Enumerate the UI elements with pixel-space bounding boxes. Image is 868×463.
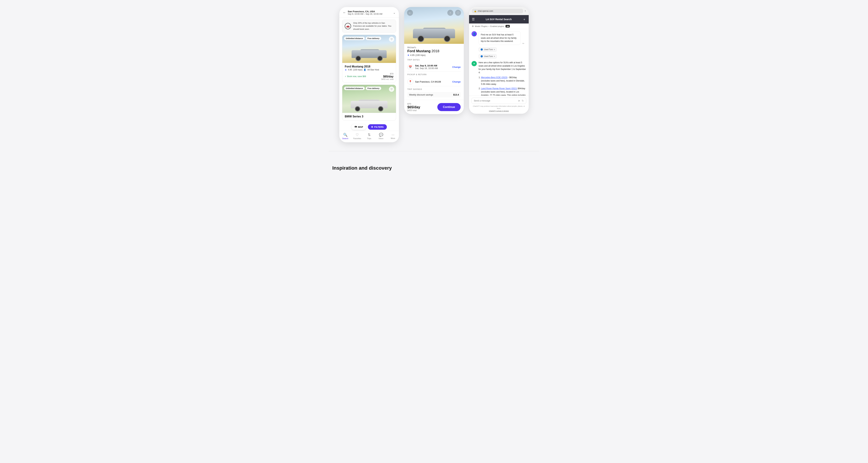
- phone-chatgpt: 🔒 chat.openai.com ↑ ☰ LA SUV Rental Sear…: [469, 7, 529, 114]
- chat-input[interactable]: [474, 100, 517, 102]
- alert-text: Only 20% of the top vehicles in San Fran…: [353, 22, 394, 31]
- browser-bar: 🔒 chat.openai.com ↑: [469, 7, 529, 15]
- trip-dates-section-label: TRIP DATES: [407, 59, 461, 61]
- daily-price: $65/day: [381, 75, 394, 78]
- heart-icon: ♡: [355, 133, 359, 137]
- model-label: Model: Plugins: [475, 25, 488, 27]
- user-message-row: 👤 Find me an SUV that has at least 5 sea…: [471, 31, 526, 45]
- nav-favorites[interactable]: ♡ Favorites: [353, 133, 362, 139]
- new-chat-icon[interactable]: ＋: [523, 17, 526, 21]
- send-icon[interactable]: ➤: [518, 99, 520, 102]
- bmw-card-info: BMW Series 3: [342, 113, 396, 121]
- chat-title: LA SUV Rental Search: [475, 18, 523, 21]
- bmw-favorite-button[interactable]: ♡: [389, 87, 394, 92]
- nav-more-label: More: [391, 137, 395, 139]
- car-info: Ford Mustang 2018 ★ 4.95 (100 trips) 👤 A…: [342, 63, 396, 82]
- nav-inbox[interactable]: 💬 Inbox: [377, 133, 385, 139]
- detail-heart-button[interactable]: ♡: [455, 10, 461, 16]
- lock-icon: 🔒: [474, 10, 476, 12]
- detail-topbar: ← ↑ ♡: [404, 7, 464, 19]
- edit-icon[interactable]: ✏: [522, 42, 525, 45]
- continue-button[interactable]: Continue: [437, 103, 461, 111]
- browser-share-icon[interactable]: ↑: [525, 9, 526, 12]
- car-meta: ★ 4.95 (100 trips) 👤 All-Star Host: [345, 68, 394, 71]
- star-icon: ★: [345, 68, 347, 71]
- plugin-turo-icon-1: 🔵: [480, 48, 483, 51]
- phone-car-detail: ← ↑ ♡ Michael's Ford Mustang 2018 ★ 4.95…: [404, 7, 464, 114]
- detail-original-price: $70: [407, 102, 420, 105]
- map-button[interactable]: 🗺 MAP: [351, 124, 366, 130]
- plugin-used-row-2: 🔵 Used Turo ▾: [478, 54, 526, 59]
- plugin-chevron-1: ▾: [494, 48, 495, 51]
- savings-section-label: TRIP SAVINGS: [407, 88, 461, 90]
- gpt-response: Here are a few options for SUVs with at …: [478, 61, 526, 96]
- pickup-row: 📍 San Francisco, CA 94108 Change: [407, 77, 461, 86]
- nav-trips-label: Trips: [367, 137, 371, 139]
- phone-turo-search: ← San Francisco, CA, USA Sep 9, 10:00 AM…: [339, 7, 399, 142]
- nav-trips[interactable]: ⇅ Trips: [365, 133, 373, 139]
- bmw-badges: Unlimited distance Free delivery: [344, 87, 381, 90]
- savings-label: Weekly discount savings: [409, 94, 433, 96]
- phones-container: ← San Francisco, CA, USA Sep 9, 10:00 AM…: [329, 7, 539, 142]
- trip-date-row: 📅 Sat, Sep 9, 10:00 AM Sat, Sep 16, 10:0…: [407, 63, 461, 71]
- search-icon: 🔍: [343, 133, 347, 137]
- detail-main-price: $65/day: [407, 105, 420, 109]
- menu-icon[interactable]: ☰: [472, 18, 475, 21]
- option1-link[interactable]: Mercedes-Benz EQE (2023): [481, 76, 507, 79]
- back-icon[interactable]: ←: [343, 11, 346, 14]
- car-card-mustang[interactable]: Unlimited distance Free delivery ♡ Ford …: [342, 35, 396, 82]
- car-badges: Unlimited distance Free delivery: [344, 37, 381, 40]
- trip-dates: Sep 9, 10:00 AM – Sep 16, 10:00 AM: [348, 13, 382, 15]
- chevron-down-icon[interactable]: ⌄: [393, 11, 396, 14]
- calendar-icon: 📅: [407, 64, 413, 70]
- more-icon: ···: [392, 133, 395, 137]
- dot-separator: •: [489, 25, 489, 27]
- cogwheel-icon: ⚙: [472, 25, 474, 28]
- pickup-location: San Francisco, CA 94108: [415, 80, 441, 83]
- gpt-response-text: Here are a few options for SUVs with at …: [478, 61, 526, 96]
- change-location-button[interactable]: Change: [452, 80, 461, 83]
- bmw-unlimited-badge: Unlimited distance: [344, 87, 365, 90]
- disclaimer-link[interactable]: ChatGPT August 3 Version: [489, 110, 509, 112]
- detail-total-price: $455 total: [407, 109, 420, 112]
- share-button[interactable]: ↑: [447, 10, 453, 16]
- car-savings-row: ✓ Book now, save $68 $70 $65/day $455 es…: [345, 72, 394, 80]
- favorite-button[interactable]: ♡: [389, 37, 394, 42]
- plugin-label-2: Used Turo: [484, 55, 493, 57]
- detail-content: Michael's Ford Mustang 2018 ★ 4.95 (100 …: [404, 44, 464, 100]
- map-label: MAP: [358, 126, 363, 128]
- car-alert-icon: 🚗: [345, 23, 351, 29]
- date1: Sat, Sep 9, 10:00 AM: [415, 64, 438, 67]
- save-tag: ✓ Book now, save $68: [345, 75, 366, 78]
- host-icon: 👤: [364, 68, 366, 71]
- trips-icon: ⇅: [368, 133, 371, 137]
- map-icon: 🗺: [354, 126, 357, 128]
- location-icon: 📍: [407, 79, 413, 85]
- detail-price-block: $70 $65/day $455 total: [407, 102, 420, 112]
- chat-header: ☰ LA SUV Rental Search ＋: [469, 15, 529, 24]
- detail-back-button[interactable]: ←: [407, 10, 413, 16]
- car-owner: Michael's: [407, 46, 461, 49]
- chat-messages: 👤 Find me an SUV that has at least 5 sea…: [469, 29, 529, 96]
- car-card-bmw[interactable]: Unlimited distance Free delivery ♡ BMW S…: [342, 85, 396, 121]
- option2-link[interactable]: Land Rover Range Rover Sport (2021): [481, 87, 517, 90]
- plugin-turo-icon-2: 🔵: [480, 55, 483, 58]
- location-title: San Francisco, CA, USA: [348, 10, 382, 13]
- filters-button[interactable]: ⚙ FILTERS: [368, 124, 386, 130]
- chat-input-area: ➤ ↻ ChatGPT may produce inaccurate infor…: [469, 96, 529, 114]
- detail-car-name: Ford Mustang 2018: [407, 49, 461, 53]
- bmw-name: BMW Series 3: [345, 115, 394, 118]
- nav-more[interactable]: ··· More: [389, 133, 397, 139]
- refresh-icon[interactable]: ↻: [522, 99, 524, 102]
- free-delivery-badge: Free delivery: [366, 37, 381, 40]
- bmw-delivery-badge: Free delivery: [366, 87, 381, 90]
- url-bar[interactable]: 🔒 chat.openai.com: [472, 9, 523, 13]
- nav-search[interactable]: 🔍 Search: [341, 133, 350, 139]
- plugin-used-2[interactable]: 🔵 Used Turo ▾: [478, 54, 497, 59]
- nav-favorites-label: Favorites: [353, 137, 361, 139]
- save-label: Book now, save $68: [347, 75, 366, 78]
- plugin-used-1[interactable]: 🔵 Used Turo ▾: [478, 47, 497, 52]
- change-dates-button[interactable]: Change: [452, 66, 461, 68]
- detail-trips: (100 trips): [415, 54, 426, 57]
- plugins-label: Enabled plugins:: [490, 25, 504, 27]
